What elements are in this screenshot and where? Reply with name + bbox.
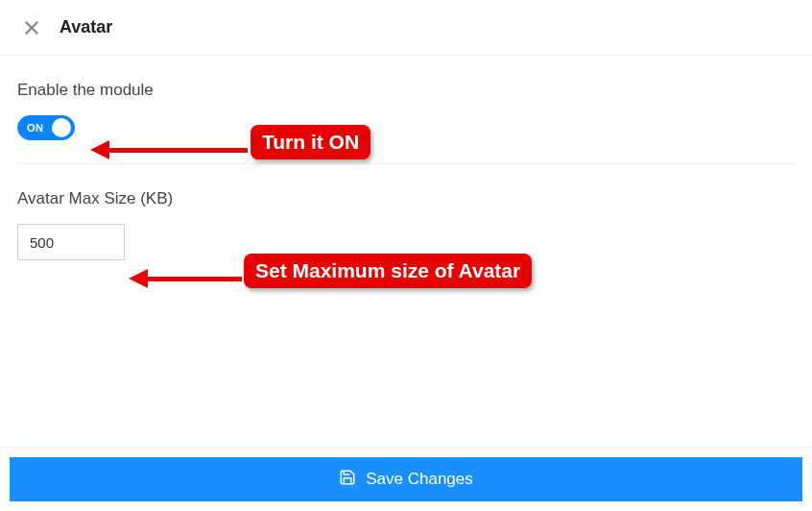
save-button-label: Save Changes (366, 470, 473, 489)
toggle-knob (52, 118, 71, 137)
save-icon (339, 469, 356, 491)
avatar-max-size-label: Avatar Max Size (KB) (17, 189, 795, 208)
toggle-state-label: ON (27, 122, 44, 134)
save-changes-button[interactable]: Save Changes (10, 457, 802, 501)
modal-body: Enable the module ON Avatar Max Size (KB… (0, 56, 812, 283)
close-icon[interactable] (23, 19, 40, 36)
modal-header: Avatar (0, 0, 812, 56)
annotation-callout-set-max: Set Maximum size of Avatar (244, 254, 532, 288)
page-title: Avatar (60, 17, 112, 37)
annotation-arrow (94, 140, 248, 159)
avatar-max-size-input[interactable] (17, 224, 125, 260)
annotation-arrow (132, 269, 242, 288)
annotation-callout-turn-on: Turn it ON (251, 125, 370, 159)
enable-module-toggle[interactable]: ON (17, 115, 75, 140)
modal-footer: Save Changes (0, 447, 812, 511)
enable-module-label: Enable the module (17, 81, 795, 100)
